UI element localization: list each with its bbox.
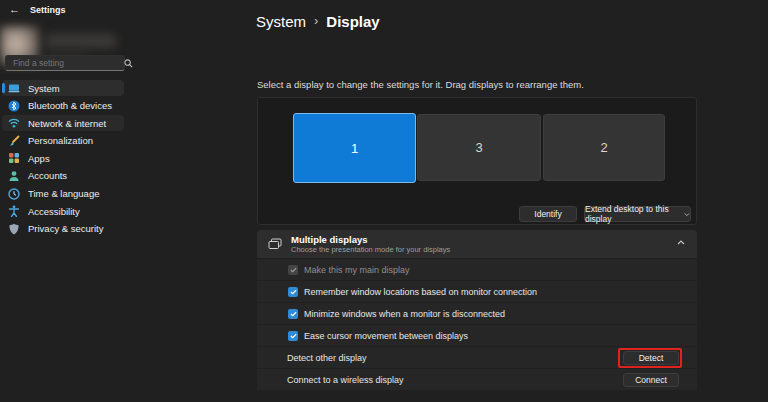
identify-button[interactable]: Identify xyxy=(519,206,577,222)
sidebar-item-label: Personalization xyxy=(28,135,93,146)
row-detect-other-display: Detect other display Detect xyxy=(257,347,697,368)
title-bar: ← Settings xyxy=(0,0,768,20)
card-header-text: Multiple displays Choose the presentatio… xyxy=(291,234,450,254)
dropdown-value: Extend desktop to this display xyxy=(585,204,678,224)
multiple-displays-card: Multiple displays Choose the presentatio… xyxy=(257,230,697,390)
checkbox-minimize-windows[interactable] xyxy=(288,309,298,319)
person-icon xyxy=(8,170,20,182)
search-box[interactable] xyxy=(5,55,125,71)
user-name-redacted xyxy=(45,34,117,48)
sidebar-item-label: Network & internet xyxy=(28,118,106,129)
apps-grid-icon xyxy=(8,152,20,164)
checkbox-label: Minimize windows when a monitor is disco… xyxy=(304,309,505,319)
page-title: Display xyxy=(326,13,379,30)
sidebar-item-label: Accounts xyxy=(28,170,67,181)
monitor-1[interactable]: 1 xyxy=(293,113,416,183)
sidebar-item-accessibility[interactable]: Accessibility xyxy=(2,203,124,219)
checkbox-make-main-display xyxy=(288,265,298,275)
row-minimize-windows: Minimize windows when a monitor is disco… xyxy=(257,303,697,324)
sidebar-item-network-internet[interactable]: Network & internet xyxy=(2,115,124,131)
selected-accent-bar xyxy=(2,83,5,93)
checkbox-label: Make this my main display xyxy=(304,265,410,275)
multiple-displays-icon xyxy=(268,238,282,251)
sidebar-item-label: Apps xyxy=(28,153,50,164)
chevron-down-icon xyxy=(684,212,690,217)
sidebar-item-apps[interactable]: Apps xyxy=(2,150,124,166)
back-button[interactable]: ← xyxy=(9,3,20,15)
search-icon xyxy=(124,59,133,68)
window-title: Settings xyxy=(30,5,66,15)
sidebar-item-privacy-security[interactable]: Privacy & security xyxy=(2,221,124,237)
row-remember-window-locations: Remember window locations based on monit… xyxy=(257,281,697,302)
breadcrumb: System › Display xyxy=(256,13,380,30)
sidebar-item-label: Privacy & security xyxy=(28,223,104,234)
breadcrumb-system[interactable]: System xyxy=(256,13,306,30)
row-make-main-display: Make this my main display xyxy=(257,259,697,280)
row-ease-cursor-movement: Ease cursor movement between displays xyxy=(257,325,697,346)
display-arrangement-canvas: 1 3 2 Identify Extend desktop to this di… xyxy=(257,97,697,225)
sidebar: System Bluetooth & devices Network & int… xyxy=(0,20,130,402)
sidebar-item-label: System xyxy=(28,83,60,94)
checkbox-label: Remember window locations based on monit… xyxy=(304,287,537,297)
wifi-icon xyxy=(8,117,20,129)
accessibility-person-icon xyxy=(8,205,20,217)
display-mode-dropdown[interactable]: Extend desktop to this display xyxy=(584,206,691,222)
sidebar-item-label: Time & language xyxy=(28,188,99,199)
brush-icon xyxy=(8,135,20,147)
search-input[interactable] xyxy=(6,58,124,68)
row-label: Detect other display xyxy=(287,353,367,363)
sidebar-nav: System Bluetooth & devices Network & int… xyxy=(0,80,130,238)
sidebar-item-accounts[interactable]: Accounts xyxy=(2,168,124,184)
card-subtitle: Choose the presentation mode for your di… xyxy=(291,245,450,254)
sidebar-item-personalization[interactable]: Personalization xyxy=(2,133,124,149)
breadcrumb-separator-icon: › xyxy=(314,13,318,28)
checkbox-remember-window-locations[interactable] xyxy=(288,287,298,297)
display-instruction-text: Select a display to change the settings … xyxy=(257,79,584,90)
system-icon xyxy=(8,82,20,94)
monitor-3[interactable]: 3 xyxy=(417,114,541,181)
checkbox-label: Ease cursor movement between displays xyxy=(304,331,468,341)
card-title: Multiple displays xyxy=(291,234,450,245)
chevron-up-icon[interactable] xyxy=(677,240,685,245)
connect-button[interactable]: Connect xyxy=(623,373,679,387)
sidebar-item-time-language[interactable]: Time & language xyxy=(2,186,124,202)
monitor-2[interactable]: 2 xyxy=(543,114,665,181)
sidebar-item-system[interactable]: System xyxy=(2,80,124,96)
clock-icon xyxy=(8,188,20,200)
shield-icon xyxy=(8,223,20,235)
sidebar-item-label: Bluetooth & devices xyxy=(28,100,112,111)
detect-button[interactable]: Detect xyxy=(623,351,679,365)
sidebar-item-label: Accessibility xyxy=(28,206,80,217)
bluetooth-icon xyxy=(8,100,20,112)
row-connect-wireless-display: Connect to a wireless display Connect xyxy=(257,369,697,390)
multiple-displays-header[interactable]: Multiple displays Choose the presentatio… xyxy=(257,230,697,258)
sidebar-item-bluetooth-devices[interactable]: Bluetooth & devices xyxy=(2,98,124,114)
row-label: Connect to a wireless display xyxy=(287,375,404,385)
checkbox-ease-cursor-movement[interactable] xyxy=(288,331,298,341)
